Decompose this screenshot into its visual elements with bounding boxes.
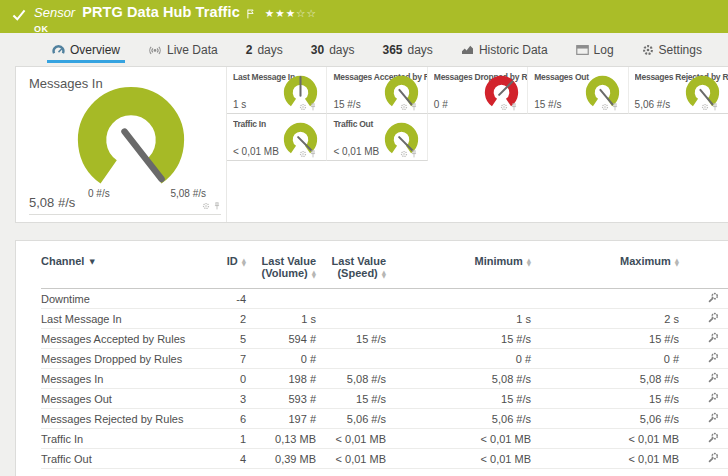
channels-panel: Channel▼ID▲▼Last Value(Volume)▲▼Last Val…: [15, 240, 728, 476]
wrench-icon[interactable]: [708, 332, 719, 343]
tab-number: 2: [246, 43, 253, 57]
cell-volume: 0,13 MB: [246, 429, 316, 449]
channel-row-last-message-in: Last Message In21 s1 s2 s: [41, 309, 728, 329]
sort-desc-icon[interactable]: ▼: [89, 258, 94, 266]
tab-bar: Overview Live Data 2 days 30 days 365 da…: [0, 33, 728, 66]
sensor-kind-label: Sensor: [34, 5, 75, 20]
wrench-icon[interactable]: [708, 312, 719, 323]
cell-actions: [679, 309, 728, 329]
tab-label: Historic Data: [479, 43, 548, 57]
cell-channel: Downtime: [41, 289, 201, 309]
pin-icon[interactable]: [711, 103, 719, 111]
gear-icon[interactable]: [299, 150, 307, 158]
star-icon[interactable]: ★: [265, 7, 275, 19]
gear-icon[interactable]: [601, 103, 609, 111]
tab-30-days[interactable]: 30 days: [309, 33, 357, 66]
tab-label: days: [257, 43, 282, 57]
column-header-maximum[interactable]: Maximum▲▼: [531, 247, 679, 289]
channel-row-traffic-out: Traffic Out40,39 MB< 0,01 MB< 0,01 MB< 0…: [41, 449, 728, 469]
sort-icon[interactable]: ▲▼: [242, 258, 246, 267]
sort-icon[interactable]: ▲▼: [382, 270, 386, 279]
sort-icon[interactable]: ▲▼: [312, 270, 316, 279]
pin-icon[interactable]: [309, 150, 317, 158]
wrench-icon[interactable]: [708, 292, 719, 303]
tab-settings[interactable]: Settings: [640, 33, 704, 66]
sort-icon[interactable]: ▲▼: [527, 258, 531, 267]
cell-channel: Messages Accepted by Rules: [41, 329, 201, 349]
mini-gauge-grid: Last Message In 1 s Messages Accepted by…: [227, 67, 728, 222]
cell-max: < 0,01 MB: [531, 449, 679, 469]
gauge-cell-messages-rejected-by-rules: Messages Rejected by Rules 5,06 #/s: [629, 67, 728, 114]
tab-2-days[interactable]: 2 days: [244, 33, 285, 66]
tab-overview[interactable]: Overview: [50, 33, 122, 66]
gauge-cell-traffic-in: Traffic In < 0,01 MB: [227, 114, 327, 161]
cell-actions: [679, 389, 728, 409]
channel-row-messages-out: Messages Out3593 #15 #/s15 #/s15 #/s: [41, 389, 728, 409]
mini-gauge-value: 15 #/s: [333, 99, 360, 110]
tab-historic-data[interactable]: Historic Data: [459, 33, 550, 66]
cell-speed: 15 #/s: [316, 329, 386, 349]
gear-icon[interactable]: [202, 202, 210, 210]
broadcast-icon: [148, 44, 162, 55]
cell-actions: [679, 409, 728, 429]
tab-log[interactable]: Log: [574, 33, 616, 66]
column-header-last-value-volume[interactable]: Last Value(Volume)▲▼: [246, 247, 316, 289]
star-icon[interactable]: ★: [275, 7, 285, 19]
gear-icon[interactable]: [500, 103, 508, 111]
pin-icon[interactable]: [410, 103, 418, 111]
cell-volume: 197 #: [246, 409, 316, 429]
pin-icon[interactable]: [213, 202, 221, 210]
main-gauge-actions: [202, 202, 221, 210]
wrench-icon[interactable]: [708, 452, 719, 463]
mini-gauge-value: 15 #/s: [534, 99, 561, 110]
column-header-channel[interactable]: Channel▼: [41, 247, 201, 289]
mini-gauge-actions: [299, 150, 317, 158]
wrench-icon[interactable]: [708, 352, 719, 363]
cell-volume: 593 #: [246, 389, 316, 409]
cell-speed: 5,08 #/s: [316, 369, 386, 389]
pin-icon[interactable]: [510, 103, 518, 111]
wrench-icon[interactable]: [708, 392, 719, 403]
star-icon[interactable]: ★: [286, 7, 296, 19]
sensor-title: PRTG Data Hub Traffic: [82, 4, 240, 20]
pin-icon[interactable]: [611, 103, 619, 111]
star-icon[interactable]: ☆: [296, 7, 306, 19]
wrench-icon[interactable]: [708, 432, 719, 443]
mini-gauge-value: < 0,01 MB: [333, 146, 379, 157]
gear-icon[interactable]: [400, 103, 408, 111]
cell-volume: 1 s: [246, 309, 316, 329]
column-header-minimum[interactable]: Minimum▲▼: [386, 247, 531, 289]
column-header-id[interactable]: ID▲▼: [201, 247, 246, 289]
pin-icon[interactable]: [410, 150, 418, 158]
sort-icon[interactable]: ▲▼: [675, 258, 679, 267]
priority-stars[interactable]: ★★★☆☆: [265, 7, 317, 19]
cell-speed: 15 #/s: [316, 389, 386, 409]
wrench-icon[interactable]: [708, 372, 719, 383]
star-icon[interactable]: ☆: [306, 7, 316, 19]
column-header-last-value-speed[interactable]: Last Value(Speed)▲▼: [316, 247, 386, 289]
gear-icon[interactable]: [701, 103, 709, 111]
cell-id: 1: [201, 429, 246, 449]
channel-row-messages-dropped-by-rules: Messages Dropped by Rules70 #0 #0 #: [41, 349, 728, 369]
tab-label: days: [329, 43, 354, 57]
mini-gauge-value: 1 s: [233, 99, 246, 110]
gear-icon[interactable]: [400, 150, 408, 158]
cell-speed: [316, 349, 386, 369]
gauge-cell-messages-dropped-by-rules: Messages Dropped by Rules 0 #: [428, 67, 528, 114]
pin-icon[interactable]: [309, 103, 317, 111]
tab-365-days[interactable]: 365 days: [380, 33, 434, 66]
table-header-row: Channel▼ID▲▼Last Value(Volume)▲▼Last Val…: [41, 247, 728, 289]
channel-row-traffic-in: Traffic In10,13 MB< 0,01 MB< 0,01 MB< 0,…: [41, 429, 728, 449]
gear-icon[interactable]: [299, 103, 307, 111]
tab-label: Live Data: [167, 43, 218, 57]
sensor-header: Sensor PRTG Data Hub Traffic ★★★☆☆ OK: [0, 0, 728, 33]
cell-min: [386, 289, 531, 309]
mini-gauge-actions: [299, 103, 317, 111]
tab-label: days: [408, 43, 433, 57]
mini-gauge-actions: [500, 103, 518, 111]
mini-gauge-value: 5,06 #/s: [635, 99, 671, 110]
channel-row-messages-rejected-by-rules: Messages Rejected by Rules6197 #5,06 #/s…: [41, 409, 728, 429]
tab-live-data[interactable]: Live Data: [146, 33, 220, 66]
wrench-icon[interactable]: [708, 412, 719, 423]
cell-speed: < 0,01 MB: [316, 429, 386, 449]
